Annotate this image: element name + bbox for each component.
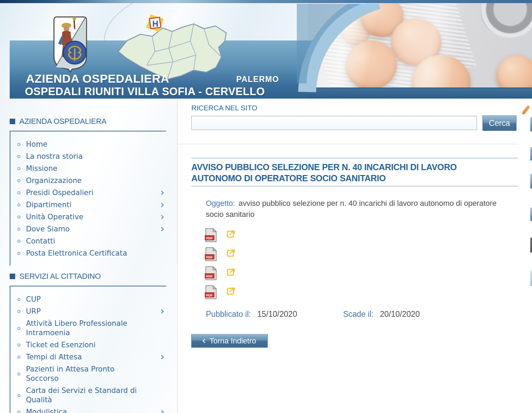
sidebar-item[interactable]: Dove Siamo xyxy=(15,223,166,235)
back-button-label: Torna Indietro xyxy=(210,337,256,346)
circle-bullet-icon xyxy=(17,191,20,194)
sidebar-item[interactable]: Ticket ed Esenzioni xyxy=(15,339,166,351)
pdf-file-icon[interactable]: PDF xyxy=(205,285,217,300)
chevron-right-icon xyxy=(159,309,164,314)
circle-bullet-icon xyxy=(17,179,20,182)
sidebar-item[interactable]: Posta Elettronica Certificata xyxy=(15,247,166,259)
square-bullet-icon xyxy=(10,274,15,279)
square-bullet-icon xyxy=(10,119,15,124)
sidebar-item-label: Missione xyxy=(26,164,57,173)
external-link-icon[interactable] xyxy=(227,249,235,257)
external-link-icon[interactable] xyxy=(227,230,235,238)
circle-bullet-icon xyxy=(17,215,20,219)
search-section-label: RICERCA NEL SITO xyxy=(191,104,257,112)
sidebar-section-list: Home La nostra storia Missione Organizza… xyxy=(10,131,166,266)
sidebar-item-label: Attività Libero Professionale Intramoeni… xyxy=(26,319,148,338)
search-input[interactable] xyxy=(191,116,477,130)
content-divider-vertical xyxy=(177,99,177,413)
photo-light-streak xyxy=(308,3,532,88)
sidebar-item[interactable]: Contatti xyxy=(15,235,166,247)
svg-text:PDF: PDF xyxy=(206,255,213,259)
sidebar-item[interactable]: Tempi di Attesa xyxy=(15,351,166,363)
svg-text:PDF: PDF xyxy=(206,236,213,240)
circle-bullet-icon xyxy=(17,143,20,146)
sidebar-item-label: Posta Elettronica Certificata xyxy=(26,249,127,258)
page: H AZIENDA OSPEDALIERA OSPEDALI RIUNITI V… xyxy=(0,0,532,413)
sidebar-item[interactable]: Organizzazione xyxy=(15,175,166,187)
sidebar-item[interactable]: URP xyxy=(15,305,166,318)
circle-bullet-icon xyxy=(17,228,20,231)
sidebar-nav: AZIENDA OSPEDALIERA Home La nostra stori… xyxy=(10,115,166,413)
right-edge-cropped-element xyxy=(530,270,532,286)
top-gradient-bar xyxy=(0,0,532,3)
sidebar-item[interactable]: Dipartimenti xyxy=(15,199,166,211)
hospital-coat-of-arms-logo[interactable] xyxy=(53,15,88,73)
sidebar-section-list: CUP URP Attività Libero Professionale In… xyxy=(10,286,166,413)
chevron-right-icon xyxy=(159,355,164,359)
circle-bullet-icon xyxy=(17,327,20,330)
circle-bullet-icon xyxy=(17,310,20,313)
circle-bullet-icon xyxy=(17,155,20,158)
org-name-line2: OSPEDALI RIUNITI VILLA SOFIA - CERVELLO xyxy=(25,85,265,98)
chevron-right-icon xyxy=(159,191,164,195)
subject-text: avviso pubblico selezione per n. 40 inca… xyxy=(206,199,496,219)
circle-bullet-icon xyxy=(17,240,20,243)
right-edge-cropped-element xyxy=(530,147,532,160)
sidebar-item-label: CUP xyxy=(26,295,41,304)
chevron-right-icon xyxy=(159,203,164,207)
expiry-label: Scade il: xyxy=(343,310,374,319)
sidebar-item-label: La nostra storia xyxy=(26,152,83,161)
attachments-list: PDF PDF PDF xyxy=(205,228,235,304)
pdf-file-icon[interactable]: PDF xyxy=(205,266,217,281)
sidebar-item[interactable]: Modulistica xyxy=(15,406,166,413)
chevron-right-icon xyxy=(159,410,164,413)
sidebar-section-header: AZIENDA OSPEDALIERA xyxy=(10,117,166,126)
search-button[interactable]: Cerca xyxy=(483,116,516,131)
published-date: 15/10/2020 xyxy=(257,310,297,319)
chevron-right-icon xyxy=(159,215,164,219)
sidebar-section: AZIENDA OSPEDALIERA Home La nostra stori… xyxy=(10,117,166,266)
circle-bullet-icon xyxy=(17,356,20,359)
sidebar-item-label: Contatti xyxy=(26,237,55,246)
pdf-file-icon[interactable]: PDF xyxy=(205,228,217,242)
circle-bullet-icon xyxy=(17,373,20,376)
circle-bullet-icon xyxy=(17,298,20,301)
chevron-right-icon xyxy=(159,227,164,231)
sidebar-section-title: AZIENDA OSPEDALIERA xyxy=(19,117,107,126)
sidebar-item[interactable]: Attività Libero Professionale Intramoeni… xyxy=(15,318,166,339)
published-label: Pubblicato il: xyxy=(206,310,251,319)
sidebar-item[interactable]: La nostra storia xyxy=(15,150,166,163)
sidebar-section: SERVIZI AL CITTADINO CUP URP Attività Li… xyxy=(10,272,166,413)
svg-text:PDF: PDF xyxy=(206,293,213,297)
article-title: AVVISO PUBBLICO SELEZIONE PER N. 40 INCA… xyxy=(191,162,496,184)
sidebar-item-label: Carta dei Servizi e Standard di Qualità xyxy=(26,386,148,405)
sidebar-item[interactable]: Unità Operative xyxy=(15,211,166,223)
circle-bullet-icon xyxy=(17,167,20,170)
attachment-row: PDF xyxy=(205,247,235,262)
right-edge-cropped-element xyxy=(530,208,532,221)
sidebar-item-label: Modulistica xyxy=(26,407,67,413)
right-edge-cropped-element xyxy=(530,238,532,253)
external-link-icon[interactable] xyxy=(227,287,235,295)
back-button[interactable]: Torna Indietro xyxy=(191,334,268,348)
sidebar-item[interactable]: CUP xyxy=(15,293,166,305)
sidebar-item[interactable]: Missione xyxy=(15,163,166,175)
right-edge-cropped-element xyxy=(530,174,532,189)
sidebar-item[interactable]: Pazienti in Attesa Pronto Soccorso xyxy=(15,363,166,385)
external-link-icon[interactable] xyxy=(227,268,235,276)
article-subject: Oggetto:avviso pubblico selezione per n.… xyxy=(206,198,510,220)
attachment-row: PDF xyxy=(205,266,235,281)
dates-row: Pubblicato il: 15/10/2020 Scade il: 20/1… xyxy=(206,310,420,319)
circle-bullet-icon xyxy=(17,343,20,347)
sidebar-item-label: Home xyxy=(26,140,47,149)
sidebar-item[interactable]: Home xyxy=(15,138,166,150)
sidebar-item-label: Pazienti in Attesa Pronto Soccorso xyxy=(26,365,148,383)
header-bottom-strip xyxy=(308,88,532,99)
sidebar-item-label: Dipartimenti xyxy=(26,200,72,210)
sidebar-item-label: Unità Operative xyxy=(26,212,83,222)
subject-label: Oggetto: xyxy=(206,199,235,208)
sidebar-item[interactable]: Carta dei Servizi e Standard di Qualità xyxy=(15,385,166,406)
sidebar-item[interactable]: Presidi Ospedalieri xyxy=(15,187,166,199)
attachment-row: PDF xyxy=(205,285,235,300)
pdf-file-icon[interactable]: PDF xyxy=(205,247,217,261)
